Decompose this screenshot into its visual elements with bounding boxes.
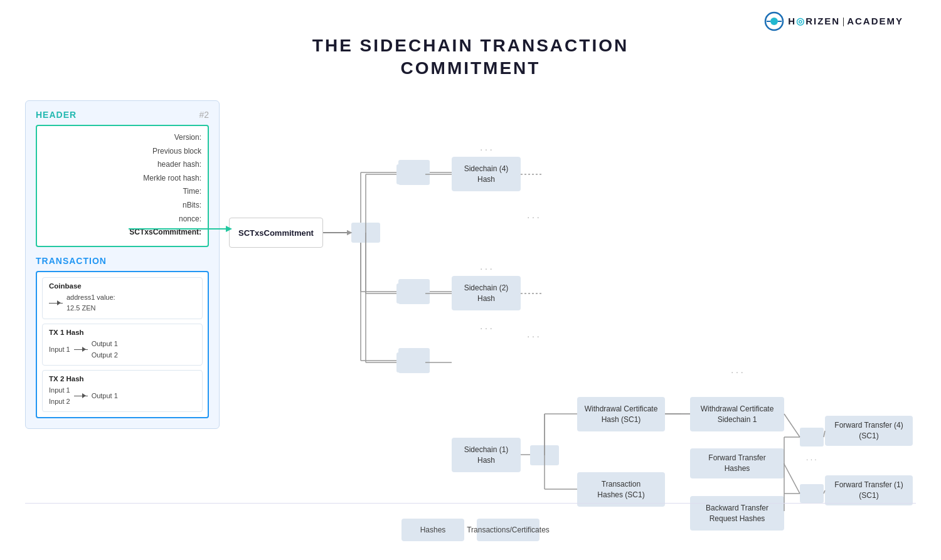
- time-field: Time:: [183, 185, 201, 199]
- left-panel: HEADER #2 Version: Previous blockheader …: [25, 100, 220, 429]
- merge-box-main: [351, 223, 380, 243]
- page-title: THE SIDECHAIN TRANSACTION COMMITMENT: [0, 34, 941, 80]
- ft-hashes-box: Forward TransferHashes: [690, 448, 784, 478]
- merge-box-upper: [396, 164, 425, 184]
- legend: Hashes Transactions/Certificates: [401, 519, 540, 541]
- tx2-input2: Input 2: [49, 396, 70, 408]
- merge-box-lower: [396, 283, 425, 304]
- sctxs-commitment-box: SCTxsCommitment: [229, 218, 323, 248]
- svg-text:. . .: . . .: [480, 321, 492, 331]
- sctx-label: SCTxsCommitment:: [129, 226, 201, 240]
- tx2-inputs: Input 1 Input 2: [49, 385, 70, 407]
- tx2-arrow-icon: [74, 396, 88, 397]
- header-fields: Version: Previous blockheader hash: Merk…: [43, 131, 201, 240]
- header-box: Version: Previous blockheader hash: Merk…: [36, 125, 209, 247]
- coinbase-arrow-icon: [49, 303, 63, 304]
- nbits-field: nBits:: [183, 199, 201, 213]
- tx1-output1: Output 1: [92, 339, 118, 350]
- prev-hash-field: Previous blockheader hash:: [152, 145, 201, 172]
- sc2-hash-box: Sidechain (2)Hash: [452, 276, 521, 310]
- coinbase-row: address1 value:12.5 ZEN: [49, 292, 196, 314]
- coinbase-output: address1 value:12.5 ZEN: [66, 292, 115, 314]
- wc-hash-sc1-box: Withdrawal CertificateHash (SC1): [577, 397, 665, 431]
- svg-text:. . .: . . .: [480, 142, 492, 152]
- h-divider: [25, 503, 916, 504]
- logo-text: H◎RIZENACADEMY: [788, 16, 903, 27]
- diagram-area: . . . . . . . . . . . . SCTxsCommitment: [223, 97, 932, 497]
- tx2-item: TX 2 Hash Input 1 Input 2 Output 1: [42, 370, 203, 412]
- tx1-title: TX 1 Hash: [49, 329, 196, 336]
- logo-area: H◎RIZENACADEMY: [764, 11, 903, 31]
- tx1-input: Input 1: [49, 344, 70, 356]
- tx-hashes-sc1-box: TransactionHashes (SC1): [577, 472, 665, 507]
- tx1-arrow-icon: [74, 349, 88, 351]
- transaction-box: Coinbase address1 value:12.5 ZEN TX 1 Ha…: [36, 271, 209, 419]
- tx1-output2: Output 2: [92, 350, 118, 361]
- coinbase-item: Coinbase address1 value:12.5 ZEN: [42, 277, 203, 319]
- wc-sidechain1-box: Withdrawal CertificateSidechain 1: [690, 397, 784, 431]
- ft4-sc1-box: Forward Transfer (4)(SC1): [825, 416, 913, 446]
- legend-transactions: Transactions/Certificates: [477, 519, 540, 541]
- tx1-row: Input 1 Output 1 Output 2: [49, 339, 196, 361]
- svg-point-1: [770, 18, 778, 25]
- merge-box-ft-upper: [800, 428, 824, 446]
- coinbase-title: Coinbase: [49, 282, 196, 290]
- horizen-logo-icon: [764, 11, 784, 31]
- merge-box-sc1: [396, 352, 425, 372]
- tx2-output: Output 1: [92, 391, 118, 402]
- tx1-outputs: Output 1 Output 2: [92, 339, 118, 361]
- legend-hashes: Hashes: [401, 519, 464, 541]
- tx2-row: Input 1 Input 2 Output 1: [49, 385, 196, 407]
- sc1-hash-box: Sidechain (1)Hash: [452, 438, 521, 472]
- tx2-input1: Input 1: [49, 385, 70, 396]
- transaction-label: TRANSACTION: [36, 256, 209, 266]
- bt-hashes-box: Backward TransferRequest Hashes: [690, 496, 784, 531]
- merkle-field: Merkle root hash:: [143, 172, 201, 186]
- version-field: Version:: [174, 131, 201, 145]
- sc4-hash-box: Sidechain (4)Hash: [452, 157, 521, 191]
- block-number: #2: [199, 110, 209, 120]
- tx1-item: TX 1 Hash Input 1 Output 1 Output 2: [42, 324, 203, 366]
- dots-ft-middle: . . .: [806, 453, 817, 462]
- svg-text:. . .: . . .: [480, 262, 492, 272]
- sctx-row: SCTxsCommitment:: [43, 226, 201, 240]
- merge-box-sc1-right: [530, 445, 559, 465]
- ft1-sc1-box: Forward Transfer (1)(SC1): [825, 475, 913, 505]
- svg-text:. . .: . . .: [731, 365, 743, 375]
- header-label: HEADER: [36, 110, 77, 120]
- nonce-field: nonce:: [179, 213, 201, 226]
- merge-box-ft-lower: [800, 484, 824, 503]
- tx2-title: TX 2 Hash: [49, 375, 196, 383]
